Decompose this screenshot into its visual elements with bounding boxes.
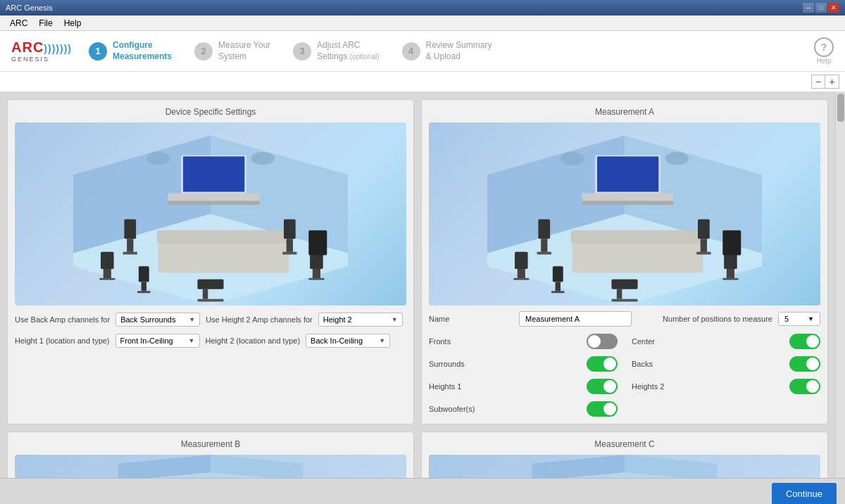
svg-rect-44 (538, 219, 550, 239)
center-label: Center (632, 337, 655, 346)
subwoofer-toggle[interactable] (587, 401, 618, 417)
surrounds-toggle[interactable] (587, 356, 618, 372)
room-svg-left (15, 122, 406, 305)
heights2-toggle[interactable] (789, 379, 820, 394)
svg-rect-45 (541, 239, 547, 252)
height2-type-select[interactable]: Back In-Ceiling ▼ (306, 334, 390, 348)
svg-rect-5 (183, 156, 244, 191)
svg-rect-58 (722, 278, 738, 280)
help-button[interactable]: ? (814, 37, 834, 57)
svg-rect-60 (556, 282, 561, 291)
titlebar: ARC Genesis ─ □ ✕ (0, 0, 845, 15)
svg-rect-16 (197, 279, 223, 289)
svg-point-32 (251, 152, 275, 165)
backs-toggle[interactable] (789, 356, 820, 372)
step-label-1: Configure Measurements (113, 40, 172, 62)
svg-rect-46 (537, 252, 551, 255)
svg-point-65 (561, 152, 584, 165)
svg-rect-10 (124, 219, 136, 239)
svg-rect-17 (203, 289, 208, 299)
menu-file[interactable]: File (33, 17, 58, 30)
menu-help[interactable]: Help (58, 17, 87, 30)
menu-arc[interactable]: ARC (4, 17, 33, 30)
meas-name-input[interactable] (519, 311, 632, 327)
svg-rect-21 (99, 278, 115, 280)
scrollbar-thumb[interactable] (837, 94, 844, 122)
center-thumb (806, 335, 819, 348)
svg-rect-51 (617, 289, 622, 299)
zoom-minus-button[interactable]: − (811, 75, 825, 89)
fronts-thumb (588, 335, 601, 348)
svg-rect-52 (611, 299, 637, 302)
content-wrapper: Device Specific Settings (0, 92, 845, 478)
svg-rect-57 (727, 269, 734, 278)
heights2-label: Heights 2 (632, 382, 664, 391)
positions-label: Number of positions to measure (663, 315, 772, 323)
wizard-steps: 1 Configure Measurements 2 Measure Your … (89, 40, 814, 62)
surrounds-thumb (603, 358, 616, 370)
svg-rect-53 (515, 252, 528, 269)
minimize-button[interactable]: ─ (803, 3, 814, 13)
svg-rect-47 (698, 219, 710, 239)
heights1-toggle[interactable] (587, 379, 618, 394)
measurement-c-panel: Measurement C (421, 431, 828, 478)
maximize-button[interactable]: □ (815, 3, 827, 13)
back-amp-select[interactable]: Back Surrounds ▼ (115, 313, 200, 327)
help-label: Help (817, 57, 832, 65)
wizard-step-2[interactable]: 2 Measure Your System (194, 40, 270, 62)
height2-amp-arrow: ▼ (392, 316, 398, 323)
close-button[interactable]: ✕ (828, 3, 839, 13)
zoom-plus-button[interactable]: + (825, 75, 839, 89)
svg-rect-15 (282, 252, 296, 255)
height2-type-label: Height 2 (location and type) (206, 336, 301, 345)
svg-rect-24 (308, 278, 324, 280)
subwoofer-label: Subwoofer(s) (429, 405, 475, 413)
measurement-c-title: Measurement C (429, 439, 820, 449)
svg-rect-27 (137, 291, 151, 294)
step-circle-2: 2 (194, 42, 213, 61)
logo: ARC))))))) GENESIS (11, 39, 72, 63)
svg-rect-40 (582, 193, 674, 201)
measurement-a-title: Measurement A (429, 107, 820, 117)
back-amp-arrow: ▼ (189, 316, 195, 323)
svg-rect-9 (157, 230, 290, 244)
settings-row-1: Use Back Amp channels for Back Surrounds… (15, 313, 406, 327)
svg-rect-6 (168, 193, 260, 201)
positions-arrow: ▼ (808, 315, 814, 322)
center-toggle[interactable] (789, 334, 820, 349)
step-label-3: Adjust ARC Settings (optional) (317, 40, 379, 62)
svg-rect-20 (104, 269, 111, 278)
step-circle-1: 1 (89, 42, 107, 61)
svg-rect-41 (582, 201, 674, 205)
svg-rect-67 (722, 230, 741, 255)
scrollbar[interactable] (835, 92, 845, 478)
surrounds-label: Surrounds (429, 360, 465, 368)
backs-label: Backs (632, 360, 653, 368)
measurement-c-svg (429, 455, 820, 478)
height2-amp-select[interactable]: Height 2 ▼ (318, 313, 403, 327)
svg-rect-18 (197, 299, 223, 302)
height2-amp-label: Use Height 2 Amp channels for (206, 315, 313, 324)
menubar: ARC File Help (0, 15, 845, 31)
svg-rect-43 (571, 230, 704, 244)
wizard-step-4[interactable]: 4 Review Summary & Upload (402, 40, 492, 62)
step-circle-3: 3 (293, 42, 311, 61)
fronts-toggle[interactable] (587, 334, 618, 349)
svg-rect-7 (168, 201, 260, 205)
svg-rect-59 (553, 266, 563, 282)
positions-area: Number of positions to measure 5 ▼ (663, 312, 820, 326)
svg-rect-39 (597, 156, 658, 191)
svg-rect-12 (123, 252, 137, 255)
logo-genesis-text: GENESIS (11, 56, 72, 63)
center-toggle-row: Center (632, 334, 820, 349)
help-area: ? Help (814, 37, 834, 65)
height1-type-select[interactable]: Front In-Ceiling ▼ (115, 334, 200, 348)
continue-button[interactable]: Continue (772, 483, 837, 504)
measurement-b-title: Measurement B (15, 439, 406, 449)
heights2-thumb (806, 380, 819, 393)
subwoofer-thumb (603, 403, 616, 415)
zoom-controls: − + (0, 72, 845, 92)
wizard-step-1[interactable]: 1 Configure Measurements (89, 40, 172, 62)
wizard-step-3[interactable]: 3 Adjust ARC Settings (optional) (293, 40, 379, 62)
positions-select[interactable]: 5 ▼ (778, 312, 820, 326)
